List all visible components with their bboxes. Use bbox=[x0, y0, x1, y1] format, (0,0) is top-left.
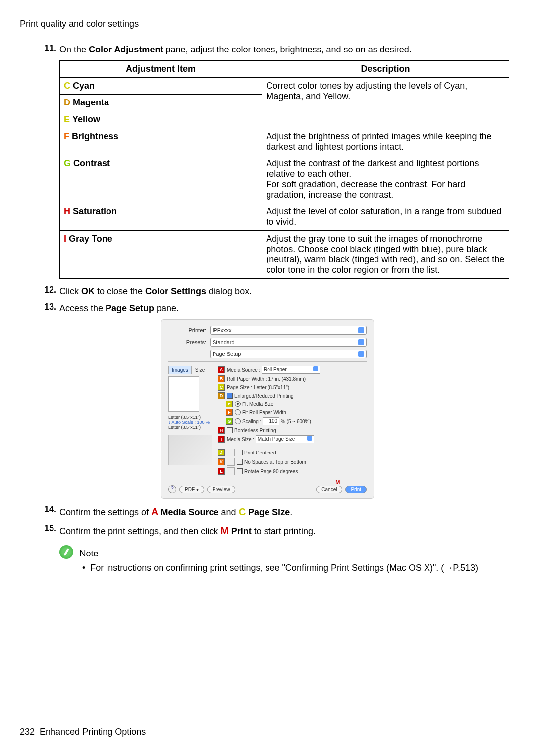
note-item: For instructions on confirming print set… bbox=[82, 563, 515, 573]
step-text: Click OK to close the Color Settings dia… bbox=[59, 285, 515, 298]
print-button[interactable]: Print bbox=[345, 486, 367, 493]
text: and bbox=[219, 507, 239, 517]
fit-media-radio[interactable] bbox=[235, 401, 241, 407]
item-name: Magenta bbox=[73, 98, 109, 107]
step-text: Access the Page Setup pane. bbox=[59, 302, 515, 315]
printer-icon bbox=[168, 435, 212, 465]
text: Auto Scale : 100 % bbox=[172, 420, 210, 425]
step-text: Confirm the print settings, and then cli… bbox=[59, 523, 515, 538]
page-footer: 232 Enhanced Printing Options bbox=[20, 727, 146, 737]
select-value: iPFxxxx bbox=[213, 327, 232, 333]
nospaces-checkbox[interactable] bbox=[237, 459, 243, 465]
table-cell: Adjust the gray tone to suit the images … bbox=[262, 231, 509, 279]
text: Confirm the print settings, and then cli… bbox=[59, 526, 220, 536]
step-text: On the Color Adjustment pane, adjust the… bbox=[59, 43, 515, 56]
text: On the bbox=[59, 45, 89, 54]
fit-roll-radio[interactable] bbox=[235, 409, 241, 415]
dropdown-icon bbox=[307, 436, 312, 441]
option-label: Media Size : bbox=[227, 437, 254, 442]
label-letter: D bbox=[64, 98, 70, 107]
text: Access the bbox=[59, 303, 106, 313]
media-size-select[interactable]: Match Page Size bbox=[256, 435, 314, 443]
page-number: 232 bbox=[20, 727, 35, 737]
rotate-icon bbox=[227, 467, 235, 475]
side-info: Letter (8.5"x11") bbox=[168, 425, 218, 430]
table-header: Adjustment Item bbox=[60, 61, 262, 78]
table-cell: Adjust the level of color saturation, in… bbox=[262, 203, 509, 231]
text: Click bbox=[59, 286, 81, 296]
preview-button[interactable]: Preview bbox=[207, 486, 236, 493]
text: Confirm the settings of bbox=[59, 507, 151, 517]
label-letter: E bbox=[64, 114, 70, 124]
table-cell: Adjust the brightness of printed images … bbox=[262, 128, 509, 155]
tab-size[interactable]: Size bbox=[192, 366, 208, 374]
option-label: Enlarged/Reduced Printing bbox=[234, 393, 294, 399]
rotate-checkbox[interactable] bbox=[237, 468, 243, 474]
table-header: Description bbox=[262, 61, 509, 78]
label-letter: C bbox=[239, 506, 246, 517]
option-label: Media Source : bbox=[227, 367, 260, 373]
cancel-button[interactable]: Cancel bbox=[316, 486, 342, 493]
label-j-icon: J bbox=[218, 449, 225, 456]
sidebar-tabs: Images Size bbox=[168, 366, 218, 374]
text: pane. bbox=[154, 303, 179, 313]
item-name: Yellow bbox=[72, 114, 100, 124]
step-text: Confirm the settings of A Media Source a… bbox=[59, 504, 515, 519]
pdf-button[interactable]: PDF ▾ bbox=[179, 486, 204, 493]
text: pane, adjust the color tones, brightness… bbox=[163, 45, 411, 54]
text: to close the bbox=[95, 286, 145, 296]
label-letter: I bbox=[64, 234, 66, 244]
table-cell: Adjust the contrast of the darkest and l… bbox=[262, 155, 509, 203]
item-name: Gray Tone bbox=[69, 234, 112, 244]
option-label: Fit Media Size bbox=[242, 402, 273, 407]
table-cell: Correct color tones by adjusting the lev… bbox=[262, 78, 509, 128]
select-value: Page Setup bbox=[213, 351, 241, 357]
step-number: 13. bbox=[40, 302, 56, 315]
select-value: Match Page Size bbox=[258, 436, 295, 443]
select-value: Roll Paper bbox=[264, 366, 287, 373]
text: to start printing. bbox=[252, 526, 316, 536]
help-button[interactable]: ? bbox=[168, 485, 176, 493]
option-label: Scaling : bbox=[242, 419, 261, 424]
table-cell: F Brightness bbox=[60, 128, 262, 155]
centered-icon bbox=[227, 449, 235, 456]
presets-label: Presets: bbox=[168, 339, 206, 345]
nospaces-icon bbox=[227, 458, 235, 466]
step-11: 11. On the Color Adjustment pane, adjust… bbox=[40, 43, 515, 56]
option-label: No Spaces at Top or Bottom bbox=[244, 459, 306, 465]
scaling-input[interactable]: 100 bbox=[263, 417, 279, 425]
table-cell: C Cyan bbox=[60, 78, 262, 95]
presets-select[interactable]: Standard bbox=[210, 338, 367, 347]
adjustment-table: Adjustment Item Description C Cyan Corre… bbox=[59, 60, 509, 279]
dialog-options: AMedia Source : Roll Paper BRoll Paper W… bbox=[218, 366, 367, 477]
note-icon bbox=[59, 545, 73, 559]
label-c-icon: C bbox=[218, 384, 225, 391]
table-cell: I Gray Tone bbox=[60, 231, 262, 279]
text: . bbox=[290, 507, 292, 517]
enlarged-checkbox[interactable] bbox=[227, 393, 233, 399]
item-name: Brightness bbox=[72, 131, 118, 141]
table-cell: D Magenta bbox=[60, 95, 262, 111]
printer-select[interactable]: iPFxxxx bbox=[210, 326, 367, 335]
borderless-checkbox[interactable] bbox=[227, 427, 233, 433]
pane-select[interactable]: Page Setup bbox=[210, 350, 367, 358]
label-h-icon: H bbox=[218, 427, 225, 434]
label-g-icon: G bbox=[226, 418, 233, 425]
centered-checkbox[interactable] bbox=[237, 450, 243, 455]
note-text: For instructions on confirming print set… bbox=[90, 563, 478, 573]
label-b-icon: B bbox=[218, 375, 225, 382]
side-info: Letter (8.5"x11") bbox=[168, 415, 218, 420]
step-number: 14. bbox=[40, 504, 56, 519]
label-letter: M bbox=[220, 525, 229, 536]
step-number: 11. bbox=[40, 43, 56, 56]
footer-section: Enhanced Printing Options bbox=[40, 727, 146, 737]
media-source-select[interactable]: Roll Paper bbox=[262, 366, 320, 374]
dropdown-icon bbox=[358, 339, 364, 345]
side-info: ↓ Auto Scale : 100 % bbox=[168, 420, 218, 425]
option-label: Rotate Page 90 degrees bbox=[244, 469, 298, 474]
step-14: 14. Confirm the settings of A Media Sour… bbox=[40, 504, 515, 519]
step-number: 15. bbox=[40, 523, 56, 538]
scaling-radio[interactable] bbox=[235, 418, 241, 424]
tab-images[interactable]: Images bbox=[168, 366, 192, 374]
step-12: 12. Click OK to close the Color Settings… bbox=[40, 285, 515, 298]
